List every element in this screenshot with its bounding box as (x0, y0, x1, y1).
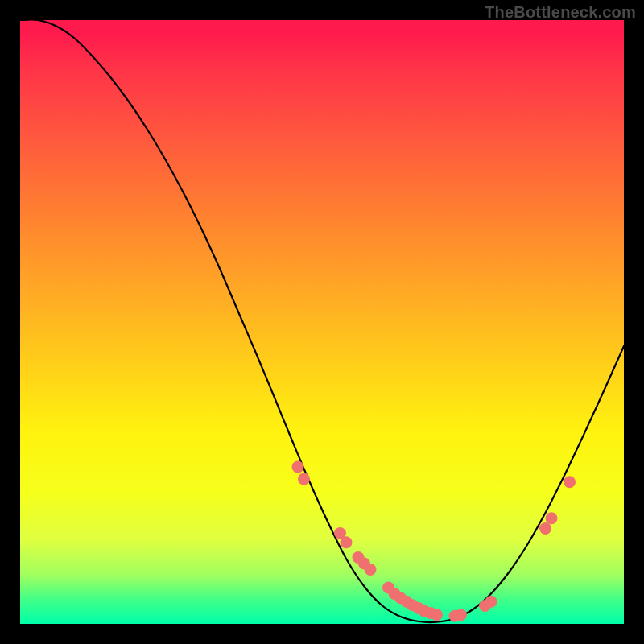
bottleneck-curve (20, 20, 624, 622)
curve-marker (298, 473, 310, 485)
curve-marker (485, 596, 497, 608)
chart-area (20, 20, 624, 624)
curve-marker (431, 609, 443, 621)
curve-marker (539, 522, 551, 535)
watermark-text: TheBottleneck.com (485, 3, 636, 22)
bottleneck-plot (20, 20, 624, 624)
curve-marker (292, 461, 304, 473)
curve-marker (546, 512, 558, 524)
curve-marker (455, 609, 467, 621)
curve-marker (341, 536, 353, 548)
curve-marker (564, 476, 576, 488)
curve-markers (292, 461, 576, 622)
curve-marker (365, 564, 377, 576)
